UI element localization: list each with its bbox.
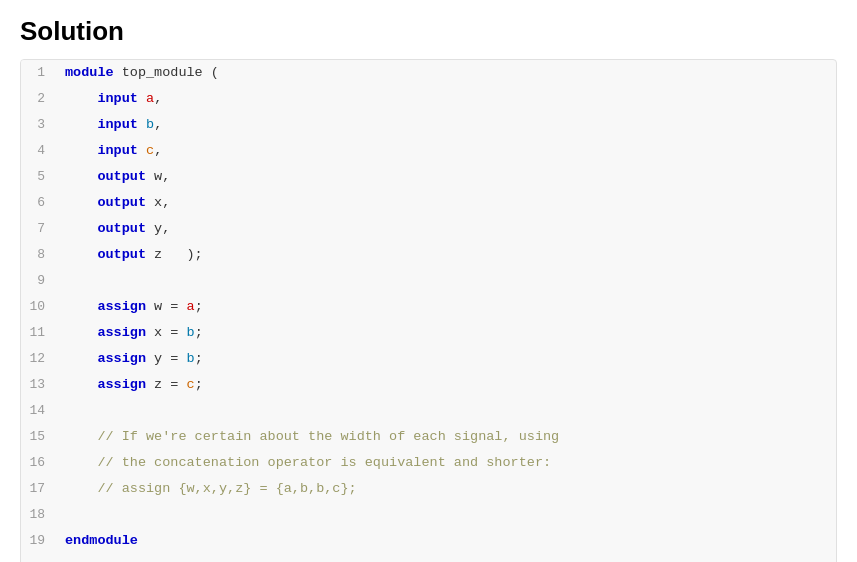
code-block: 1module top_module (2 input a,3 input b,… [20,59,837,562]
line-number: 1 [21,60,61,86]
line-content: input a, [61,86,836,112]
line-content: assign y = b; [61,346,836,372]
code-line: 4 input c, [21,138,836,164]
code-line: 19endmodule [21,528,836,554]
line-number: 19 [21,528,61,554]
code-line: 9 [21,268,836,294]
line-number: 4 [21,138,61,164]
code-line: 8 output z ); [21,242,836,268]
code-line: 12 assign y = b; [21,346,836,372]
code-line: 15 // If we're certain about the width o… [21,424,836,450]
line-number: 13 [21,372,61,398]
line-content: // assign {w,x,y,z} = {a,b,b,c}; [61,476,836,502]
code-line: 16 // the concatenation operator is equi… [21,450,836,476]
line-content: output x, [61,190,836,216]
code-line: 7 output y, [21,216,836,242]
line-number: 7 [21,216,61,242]
code-line: 13 assign z = c; [21,372,836,398]
line-content: endmodule [61,528,836,554]
code-line: 5 output w, [21,164,836,190]
line-content [61,398,836,424]
code-line: 17 // assign {w,x,y,z} = {a,b,b,c}; [21,476,836,502]
line-content: // If we're certain about the width of e… [61,424,836,450]
line-number: 8 [21,242,61,268]
line-number: 12 [21,346,61,372]
line-content: output z ); [61,242,836,268]
line-number: 18 [21,502,61,528]
line-content: assign z = c; [61,372,836,398]
line-number: 10 [21,294,61,320]
watermark: CSDN @伟之力 [21,554,836,562]
code-line: 18 [21,502,836,528]
code-line: 6 output x, [21,190,836,216]
code-line: 2 input a, [21,86,836,112]
line-number: 2 [21,86,61,112]
line-content: module top_module ( [61,60,836,86]
line-number: 14 [21,398,61,424]
line-number: 15 [21,424,61,450]
line-number: 17 [21,476,61,502]
page-title: Solution [20,16,837,47]
line-content [61,268,836,294]
code-line: 1module top_module ( [21,60,836,86]
line-content: assign x = b; [61,320,836,346]
line-number: 16 [21,450,61,476]
code-line: 11 assign x = b; [21,320,836,346]
line-content: assign w = a; [61,294,836,320]
line-content [61,502,836,528]
line-number: 6 [21,190,61,216]
code-table: 1module top_module (2 input a,3 input b,… [21,60,836,554]
code-line: 10 assign w = a; [21,294,836,320]
line-content: output y, [61,216,836,242]
line-number: 11 [21,320,61,346]
line-number: 5 [21,164,61,190]
code-line: 3 input b, [21,112,836,138]
code-line: 14 [21,398,836,424]
line-content: output w, [61,164,836,190]
line-number: 9 [21,268,61,294]
line-number: 3 [21,112,61,138]
line-content: input b, [61,112,836,138]
line-content: // the concatenation operator is equival… [61,450,836,476]
line-content: input c, [61,138,836,164]
